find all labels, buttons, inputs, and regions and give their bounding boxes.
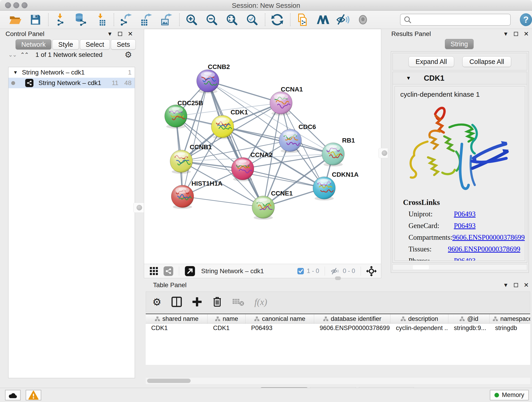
import-network-file-button[interactable] bbox=[53, 12, 68, 27]
panel-menu-icon[interactable]: ▼ bbox=[503, 31, 509, 37]
hidden-counts: 0 - 0 bbox=[343, 268, 355, 274]
panel-float-icon[interactable] bbox=[514, 32, 518, 36]
table-cell[interactable]: CDK1 bbox=[208, 324, 246, 333]
selected-checkbox-icon[interactable] bbox=[297, 268, 304, 274]
network-graph[interactable]: CCNB2CCNA1CDC25BCDK1CDC6RB1CCNB1CCNA2CDK… bbox=[144, 29, 381, 263]
network-node-CCNE1[interactable]: CCNE1 bbox=[252, 190, 293, 220]
table-scrollbar[interactable] bbox=[146, 377, 530, 384]
save-session-button[interactable] bbox=[28, 12, 43, 27]
panel-menu-icon[interactable]: ▼ bbox=[107, 31, 113, 37]
zoom-out-button[interactable] bbox=[204, 12, 219, 27]
memory-button[interactable]: Memory bbox=[490, 390, 529, 400]
crosslink-row: GeneCard:P06493 bbox=[409, 222, 520, 230]
table-cell[interactable]: stringdb bbox=[490, 324, 530, 333]
grid-view-icon[interactable] bbox=[150, 267, 158, 275]
column-header-id[interactable]: @id bbox=[448, 314, 490, 323]
expand-triangle-icon[interactable]: ▼ bbox=[13, 70, 18, 75]
cloud-button[interactable] bbox=[5, 390, 21, 400]
export-table-button[interactable] bbox=[139, 12, 153, 27]
show-button[interactable] bbox=[355, 12, 370, 27]
import-network-database-button[interactable] bbox=[73, 12, 88, 27]
expand-all-button[interactable]: Expand All bbox=[409, 56, 454, 67]
import-table-button[interactable] bbox=[94, 12, 108, 27]
tab-string[interactable]: String bbox=[445, 39, 474, 49]
scrollbar-thumb[interactable] bbox=[147, 379, 191, 383]
search-input[interactable] bbox=[414, 16, 507, 24]
table-cell[interactable]: P06493 bbox=[246, 324, 314, 333]
tab-sets[interactable]: Sets bbox=[111, 39, 136, 50]
open-in-new-icon[interactable] bbox=[185, 266, 195, 276]
zoom-in-button[interactable] bbox=[184, 12, 199, 27]
panel-close-icon[interactable]: ✕ bbox=[524, 31, 529, 37]
panel-menu-icon[interactable]: ▼ bbox=[503, 282, 509, 288]
column-header-canonical-name[interactable]: canonical name bbox=[246, 314, 314, 323]
protein-section-header[interactable]: ▼ CDK1 bbox=[393, 72, 527, 84]
delete-column-icon[interactable] bbox=[212, 296, 222, 307]
refresh-icon bbox=[271, 13, 283, 26]
column-header-database-identifier[interactable]: database identifier bbox=[314, 314, 390, 323]
control-panel-title: Control Panel bbox=[6, 30, 44, 38]
network-collection-row[interactable]: ▼ String Network – cdk1 1 bbox=[8, 67, 135, 78]
tab-network[interactable]: Network bbox=[16, 39, 51, 50]
table-toolbar: ⚙ f(x) bbox=[146, 292, 530, 312]
network-node-CDKN1A[interactable]: CDKN1A bbox=[313, 171, 359, 201]
table-cell[interactable]: cyclin-dependent ... bbox=[390, 324, 448, 333]
table-cell[interactable]: stringdb:9... bbox=[448, 324, 490, 333]
open-folder-icon bbox=[8, 13, 22, 26]
network-icon bbox=[25, 79, 33, 87]
collapse-triangle-icon[interactable]: ▼ bbox=[406, 75, 411, 81]
panel-close-icon[interactable]: ✕ bbox=[128, 31, 133, 37]
network-row-label: String Network – cdk1 bbox=[38, 79, 101, 87]
open-file-button[interactable] bbox=[8, 12, 22, 27]
horizontal-splitter-handle[interactable] bbox=[335, 276, 341, 280]
refresh-button[interactable] bbox=[270, 12, 285, 27]
panel-close-icon[interactable]: ✕ bbox=[524, 282, 529, 288]
zoom-fit-button[interactable] bbox=[225, 12, 239, 27]
export-image-button[interactable] bbox=[159, 12, 174, 27]
right-splitter[interactable] bbox=[381, 29, 388, 280]
table-cell[interactable]: 9606.ENSP00000378699 bbox=[314, 324, 390, 333]
warnings-button[interactable] bbox=[26, 390, 41, 400]
splitter-handle[interactable] bbox=[133, 203, 145, 213]
network-status-dot bbox=[11, 81, 15, 85]
gear-icon[interactable]: ⚙ bbox=[125, 50, 132, 60]
network-node-CCNA1[interactable]: CCNA1 bbox=[270, 86, 303, 115]
toolbar-separator bbox=[179, 267, 179, 276]
network-view-icon[interactable] bbox=[163, 266, 173, 276]
network-node-HIST1H1A[interactable]: HIST1H1A bbox=[171, 180, 223, 209]
help-button[interactable]: ? bbox=[520, 13, 532, 26]
copy-network-button[interactable] bbox=[295, 12, 310, 27]
network-node-CDK1[interactable]: CDK1 bbox=[211, 109, 248, 139]
results-scrollbar[interactable] bbox=[393, 264, 527, 270]
crosslink-link[interactable]: P06493 bbox=[454, 222, 476, 230]
add-column-icon[interactable] bbox=[192, 297, 202, 307]
column-header-description[interactable]: description bbox=[390, 314, 448, 323]
table-settings-gear-icon[interactable]: ⚙ bbox=[152, 296, 161, 308]
table-cell[interactable]: CDK1 bbox=[146, 324, 208, 333]
export-arrow-icon bbox=[145, 13, 152, 19]
network-row-selected[interactable]: String Network – cdk1 11 48 bbox=[8, 78, 135, 88]
crosslink-link[interactable]: 9606.ENSP00000378699 bbox=[452, 233, 525, 242]
hide-button[interactable] bbox=[336, 12, 350, 27]
find-button[interactable] bbox=[315, 12, 330, 27]
crosslink-link[interactable]: P06493 bbox=[454, 257, 476, 261]
crosslink-link[interactable]: P06493 bbox=[454, 210, 476, 218]
column-header-shared-name[interactable]: shared name bbox=[146, 314, 208, 323]
collapse-all-button[interactable]: Collapse All bbox=[462, 56, 511, 67]
left-splitter[interactable] bbox=[136, 29, 143, 388]
network-node-RB1[interactable]: RB1 bbox=[322, 137, 355, 167]
tab-style[interactable]: Style bbox=[52, 39, 79, 50]
show-columns-icon[interactable] bbox=[171, 297, 182, 307]
panel-float-icon[interactable] bbox=[514, 283, 518, 287]
column-header-name[interactable]: name bbox=[208, 314, 246, 323]
zoom-selected-button[interactable] bbox=[245, 12, 259, 27]
panel-float-icon[interactable] bbox=[118, 32, 122, 36]
crosslink-link[interactable]: 9606.ENSP00000378699 bbox=[448, 245, 520, 253]
network-node-CCNB1[interactable]: CCNB1 bbox=[170, 143, 212, 174]
birdseye-navigator-icon[interactable] bbox=[366, 266, 376, 276]
export-network-button[interactable] bbox=[119, 12, 133, 27]
column-header-namespace[interactable]: namespace bbox=[490, 314, 530, 323]
table-row[interactable]: CDK1CDK1P064939606.ENSP00000378699cyclin… bbox=[146, 324, 530, 333]
network-node-CCNB2[interactable]: CCNB2 bbox=[196, 63, 230, 94]
tab-select[interactable]: Select bbox=[80, 39, 110, 50]
